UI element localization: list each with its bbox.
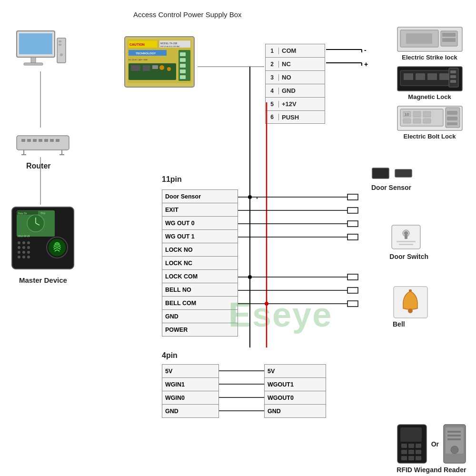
svg-rect-115 [416, 456, 421, 460]
svg-rect-73 [404, 73, 413, 80]
rfid-label: RFID Wiegand Reader [397, 466, 466, 474]
pin4-right-table: 5VWGOUT1WGOUT0GND [264, 364, 326, 418]
master-device-icon: Duty On THU 2012-03-29 [10, 205, 76, 271]
diagram: Access Control Power Supply Box Router [0, 0, 476, 476]
page-title: Access Control Power Supply Box [133, 10, 242, 19]
svg-rect-100 [397, 241, 416, 242]
svg-rect-108 [408, 444, 414, 448]
pin11-row: EXIT [162, 203, 238, 217]
terminal-row: 6 PUSH [265, 110, 325, 124]
svg-rect-88 [413, 119, 421, 123]
svg-text:THU: THU [40, 212, 46, 215]
router-label: Router [26, 162, 51, 170]
svg-text:TECHNOLOGY: TECHNOLOGY [136, 52, 156, 55]
power-supply-icon: CAUTION MODEL:TA-398 INPUT:AC85V-265VAC … [124, 36, 195, 88]
svg-text:INPUT:AC85V-265VAC: INPUT:AC85V-265VAC [160, 45, 180, 48]
svg-rect-89 [423, 119, 431, 123]
svg-rect-95 [395, 169, 412, 177]
terminal-name: GND [279, 87, 296, 94]
rfid-keypad-icon [397, 424, 427, 464]
svg-point-35 [27, 246, 30, 249]
svg-rect-104 [409, 289, 412, 292]
svg-rect-109 [416, 444, 421, 448]
svg-rect-94 [372, 168, 389, 178]
svg-rect-91 [447, 111, 457, 115]
svg-point-40 [22, 256, 25, 258]
svg-rect-99 [405, 235, 407, 239]
svg-point-30 [18, 241, 20, 244]
or-text: Or [431, 440, 439, 448]
svg-rect-10 [27, 139, 31, 142]
pin11-row: Door Sensor [162, 190, 238, 203]
pin11-cell: LOCK COM [162, 270, 238, 283]
svg-rect-12 [39, 139, 42, 142]
terminal-name: PUSH [279, 114, 299, 121]
pin11-cell: GND [162, 310, 238, 323]
svg-rect-148 [347, 274, 358, 280]
svg-point-37 [22, 251, 25, 254]
svg-point-103 [408, 308, 413, 313]
svg-point-98 [404, 231, 408, 235]
svg-point-36 [18, 251, 20, 254]
magnetic-lock-icon [397, 66, 463, 92]
svg-rect-120 [447, 438, 461, 440]
electric-strike-lock-label: Electric Strike lock [393, 54, 466, 61]
svg-text:CAUTION: CAUTION [129, 43, 145, 46]
svg-rect-118 [447, 431, 461, 433]
pin4-right-row: WGOUT0 [265, 391, 326, 405]
pin11-cell: BELL NO [162, 283, 238, 297]
pin4-left-table: 5VWGIN1WGIN0GND [162, 364, 219, 418]
svg-rect-79 [450, 75, 456, 78]
door-sensor-icon [371, 166, 414, 182]
svg-rect-110 [401, 450, 407, 454]
svg-rect-111 [408, 450, 414, 454]
pin11-row: BELL NO [162, 283, 238, 297]
svg-point-156 [248, 275, 252, 279]
svg-point-32 [27, 241, 30, 244]
pin4-left-cell: GND [162, 405, 219, 418]
pin11-cell: POWER [162, 323, 238, 337]
computer-icon [14, 29, 67, 71]
electric-strike-lock-icon [397, 26, 463, 52]
rfid-section: Or RFID Wiegand Reader [397, 424, 466, 474]
pin11-cell: Door Sensor [162, 190, 238, 203]
pin11-label: 11pin [162, 175, 182, 184]
svg-rect-114 [408, 456, 414, 460]
svg-rect-61 [180, 58, 186, 62]
svg-rect-69 [442, 33, 456, 37]
pin4-right-cell: WGOUT1 [265, 378, 326, 391]
terminal-num: 1 [266, 48, 279, 54]
svg-rect-86 [423, 111, 431, 117]
svg-rect-2 [31, 57, 36, 63]
svg-rect-56 [152, 65, 158, 69]
svg-rect-92 [447, 117, 457, 120]
svg-rect-139 [347, 208, 358, 213]
pin4-right-cell: GND [265, 405, 326, 418]
svg-rect-67 [406, 33, 432, 44]
svg-point-33 [18, 246, 20, 249]
terminal-num: 4 [266, 88, 279, 94]
svg-rect-142 [347, 221, 358, 227]
svg-rect-15 [56, 139, 60, 142]
svg-rect-76 [439, 73, 449, 80]
pin4-label: 4pin [162, 351, 178, 360]
svg-rect-87 [403, 119, 411, 123]
pin4-right-cell: WGOUT0 [265, 391, 326, 405]
svg-rect-64 [180, 75, 186, 79]
pin4-left-cell: WGIN0 [162, 391, 219, 405]
svg-rect-63 [180, 69, 186, 73]
pin4-left-cell: 5V [162, 365, 219, 378]
terminal-block: 1 COM 2 NC 3 NO 4 GND 5 +12V 6 PUSH [264, 43, 326, 125]
bell-label: Bell [393, 320, 428, 328]
svg-rect-78 [450, 70, 456, 73]
pin11-table: Door SensorEXITWG OUT 0WG OUT 1LOCK NOLO… [162, 189, 238, 337]
magnetic-lock-label: Magnetic Lock [393, 93, 466, 100]
svg-text:2012-03-29: 2012-03-29 [18, 235, 30, 238]
svg-point-38 [27, 251, 30, 254]
svg-rect-60 [180, 52, 186, 56]
svg-rect-8 [17, 136, 69, 150]
terminal-num: 2 [266, 61, 279, 68]
pin4-left-row: GND [162, 405, 219, 418]
terminal-row: 3 NO [265, 70, 325, 84]
svg-text:10: 10 [405, 112, 409, 117]
